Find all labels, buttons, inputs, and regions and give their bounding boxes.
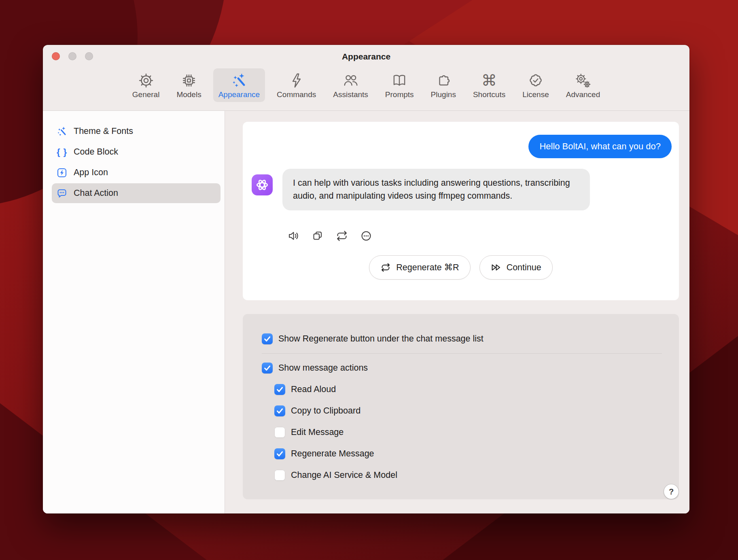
toolbar-item-models[interactable]: Models <box>171 68 206 102</box>
checkbox[interactable] <box>274 405 285 416</box>
setting-read-aloud[interactable]: Read Aloud <box>274 384 662 395</box>
sidebar: Theme & Fonts { } Code Block App Icon <box>43 111 225 513</box>
checkbox[interactable] <box>274 384 285 395</box>
close-window-button[interactable] <box>52 52 60 60</box>
checkbox[interactable] <box>274 470 285 481</box>
toolbar-item-plugins[interactable]: Plugins <box>426 68 461 102</box>
app-bolt-icon <box>56 167 68 178</box>
assistant-message-bubble: I can help with various tasks including … <box>282 169 590 210</box>
setting-label: Read Aloud <box>291 384 336 395</box>
wand-sparkles-icon <box>231 72 248 89</box>
setting-label: Copy to Clipboard <box>291 406 361 416</box>
zoom-window-button[interactable] <box>85 52 93 60</box>
sidebar-item-label: Chat Action <box>74 188 118 198</box>
setting-label: Show Regenerate button under the chat me… <box>278 334 484 344</box>
toolbar-item-advanced[interactable]: Advanced <box>561 68 606 102</box>
traffic-lights <box>52 52 93 60</box>
regenerate-button[interactable]: Regenerate ⌘R <box>369 255 470 280</box>
toolbar-item-label: General <box>132 90 160 99</box>
continue-button[interactable]: Continue <box>479 255 553 280</box>
gears-icon <box>575 72 592 89</box>
toolbar-item-commands[interactable]: Commands <box>271 68 321 102</box>
chat-bubble-icon <box>56 188 68 199</box>
settings-panel: Show Regenerate button under the chat me… <box>243 314 679 499</box>
toolbar-item-shortcuts[interactable]: ⌘ Shortcuts <box>468 68 511 102</box>
speaker-icon <box>287 230 299 242</box>
ellipsis-circle-icon <box>360 230 372 242</box>
message-actions-row <box>287 230 372 242</box>
toolbar-item-label: Prompts <box>385 90 414 99</box>
minimize-window-button[interactable] <box>68 52 76 60</box>
chat-buttons-row: Regenerate ⌘R Continue <box>243 255 679 280</box>
checkmark-icon <box>262 333 273 344</box>
setting-change-ai-service-model[interactable]: Change AI Service & Model <box>274 470 662 481</box>
sidebar-item-app-icon[interactable]: App Icon <box>52 163 221 182</box>
toolbar-item-general[interactable]: General <box>127 68 165 102</box>
copy-icon <box>312 230 324 242</box>
lightning-bolt-icon <box>288 72 305 89</box>
checkbox[interactable] <box>274 427 285 438</box>
settings-window: Appearance General Models <box>43 45 689 513</box>
puzzle-piece-icon <box>435 72 452 89</box>
checkbox[interactable] <box>274 448 285 459</box>
setting-label: Change AI Service & Model <box>291 470 397 480</box>
regenerate-button-label: Regenerate ⌘R <box>396 262 459 273</box>
toolbar-item-label: Plugins <box>431 90 456 99</box>
setting-edit-message[interactable]: Edit Message <box>274 427 662 438</box>
toolbar-item-label: Advanced <box>566 90 600 99</box>
chat-preview-card: Hello BoltAI, what can you do? I can hel… <box>243 122 679 300</box>
chip-icon <box>180 72 197 89</box>
sidebar-item-theme-fonts[interactable]: Theme & Fonts <box>52 121 221 141</box>
sidebar-item-label: Code Block <box>74 147 118 157</box>
toolbar-item-label: Appearance <box>218 90 260 99</box>
setting-label: Regenerate Message <box>291 449 374 459</box>
open-book-icon <box>391 72 408 89</box>
retry-button[interactable] <box>336 230 348 242</box>
checkmark-icon <box>274 384 285 395</box>
repeat-icon <box>336 230 348 242</box>
seal-check-icon <box>527 72 544 89</box>
setting-show-message-actions[interactable]: Show message actions <box>262 363 662 373</box>
toolbar-item-appearance[interactable]: Appearance <box>213 68 265 102</box>
read-aloud-button[interactable] <box>287 230 299 242</box>
setting-show-regenerate[interactable]: Show Regenerate button under the chat me… <box>262 333 662 344</box>
help-button[interactable]: ? <box>664 484 679 499</box>
curly-braces-icon: { } <box>56 146 68 158</box>
sidebar-item-label: Theme & Fonts <box>74 126 133 136</box>
divider <box>262 353 662 354</box>
wand-sparkles-icon <box>56 126 68 137</box>
gear-icon <box>138 72 155 89</box>
fast-forward-icon <box>491 262 501 273</box>
regenerate-arrows-icon <box>380 262 391 273</box>
assistant-avatar <box>252 174 273 195</box>
checkbox[interactable] <box>262 333 273 344</box>
more-options-button[interactable] <box>360 230 372 242</box>
continue-button-label: Continue <box>507 263 541 273</box>
setting-regenerate-message[interactable]: Regenerate Message <box>274 448 662 459</box>
checkbox[interactable] <box>262 363 273 373</box>
preferences-toolbar: General Models <box>43 68 689 110</box>
setting-copy-to-clipboard[interactable]: Copy to Clipboard <box>274 405 662 416</box>
toolbar-item-label: Models <box>176 90 201 99</box>
toolbar-item-assistants[interactable]: Assistants <box>328 68 373 102</box>
sidebar-item-chat-action[interactable]: Chat Action <box>52 183 221 203</box>
window-title: Appearance <box>43 45 689 68</box>
toolbar-item-license[interactable]: License <box>517 68 554 102</box>
copy-button[interactable] <box>312 230 324 242</box>
openai-logo-icon <box>255 178 269 192</box>
main-content: Hello BoltAI, what can you do? I can hel… <box>225 111 689 513</box>
sidebar-item-code-block[interactable]: { } Code Block <box>52 142 221 162</box>
user-message-bubble: Hello BoltAI, what can you do? <box>528 135 672 158</box>
toolbar-item-label: Assistants <box>333 90 368 99</box>
checkmark-icon <box>262 363 273 373</box>
titlebar: Appearance <box>43 45 689 68</box>
message-action-settings: Read Aloud Copy to Clipboard Edit Messag… <box>274 384 662 481</box>
toolbar-item-label: Commands <box>277 90 316 99</box>
toolbar-item-label: License <box>522 90 549 99</box>
people-icon <box>342 72 359 89</box>
sidebar-item-label: App Icon <box>74 168 108 178</box>
setting-label: Edit Message <box>291 427 344 437</box>
command-key-icon: ⌘ <box>481 72 498 89</box>
toolbar-item-prompts[interactable]: Prompts <box>380 68 419 102</box>
checkmark-icon <box>274 448 285 459</box>
